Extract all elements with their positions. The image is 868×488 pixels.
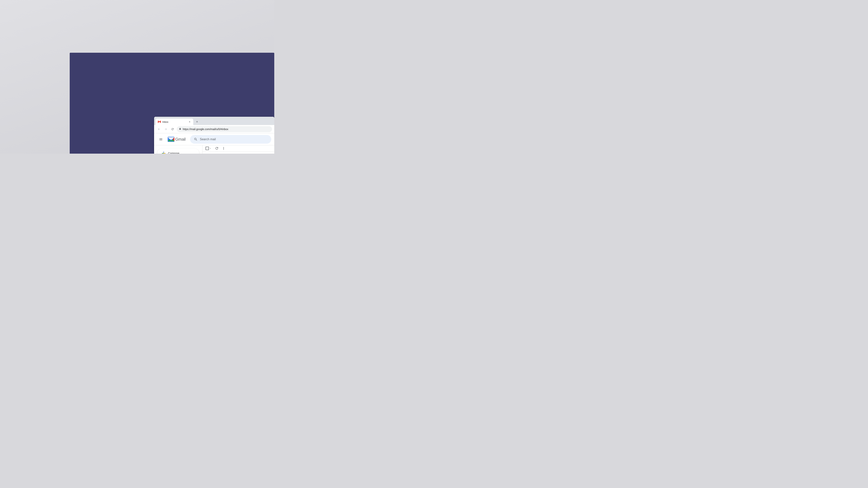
search-icon	[194, 137, 197, 141]
select-all-checkbox[interactable]	[206, 147, 212, 150]
active-tab[interactable]: Inbox ✕	[156, 119, 193, 125]
tab-title: Inbox	[162, 121, 186, 123]
empty-state: No new mail!	[203, 152, 274, 154]
browser-window: Inbox ✕ +	[154, 117, 274, 154]
monitor-frame: Inbox ✕ +	[70, 53, 274, 154]
search-placeholder-text: Search mail	[200, 138, 216, 141]
tab-bar-container: Inbox ✕ +	[154, 117, 274, 125]
refresh-button[interactable]	[214, 145, 220, 151]
lock-icon	[179, 128, 181, 130]
checkbox[interactable]	[206, 147, 209, 150]
gmail-logo: Gmail	[168, 137, 186, 142]
gmail-logo-text: Gmail	[175, 137, 186, 142]
new-tab-button[interactable]: +	[194, 119, 200, 125]
tab-bar: Inbox ✕ +	[156, 119, 273, 125]
back-button	[156, 127, 162, 132]
chevron-down-icon[interactable]	[209, 147, 212, 150]
compose-plus-icon	[162, 151, 166, 154]
tab-close-button[interactable]: ✕	[188, 120, 191, 123]
tab-favicon	[158, 120, 161, 123]
search-bar[interactable]: Search mail	[190, 135, 271, 144]
compose-label: Compose	[168, 152, 179, 154]
hamburger-menu-button[interactable]	[157, 135, 165, 143]
sidebar: Compose Inbox	[154, 145, 202, 154]
main-content-area: No new mail!	[202, 145, 274, 154]
more-options-button[interactable]	[221, 145, 227, 151]
email-toolbar	[203, 145, 274, 152]
forward-button	[163, 127, 168, 132]
gmail-body: Compose Inbox	[154, 145, 274, 154]
reload-button[interactable]	[170, 127, 175, 132]
address-bar[interactable]: https://mail.google.com/mail/u/0/#inbox	[177, 126, 272, 132]
address-bar-row: https://mail.google.com/mail/u/0/#inbox	[154, 125, 274, 133]
address-text: https://mail.google.com/mail/u/0/#inbox	[183, 128, 228, 131]
gmail-content: Gmail Search mail	[154, 133, 274, 154]
compose-button[interactable]: Compose	[157, 149, 199, 154]
gmail-header: Gmail Search mail	[154, 133, 274, 145]
gmail-m-icon	[168, 137, 175, 142]
